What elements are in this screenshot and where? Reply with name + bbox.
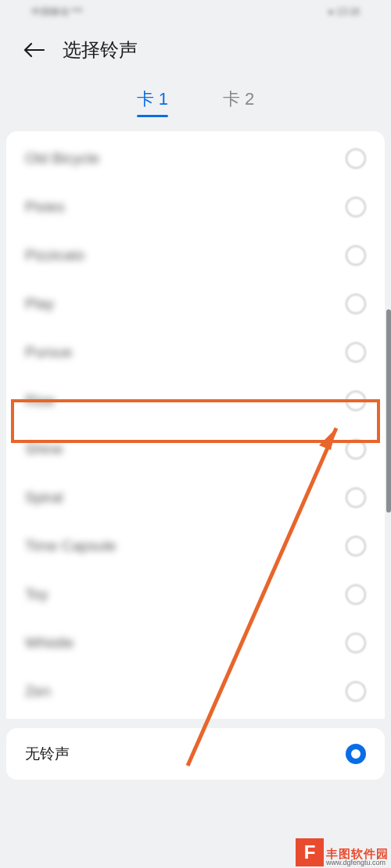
watermark-url: www.dgfengtu.com [326, 859, 386, 866]
ringtone-item[interactable]: Spiral [6, 473, 385, 522]
ringtone-label: Rise [25, 392, 55, 409]
ringtone-label: Time Capsule [25, 538, 117, 555]
ringtone-list: Old Bicycle Pixies Pizzicato Play Pursue… [6, 131, 385, 719]
back-button[interactable] [23, 41, 45, 59]
radio-unchecked-icon [346, 148, 366, 169]
ringtone-label: Old Bicycle [25, 150, 99, 167]
page-title: 选择铃声 [63, 38, 138, 63]
status-bar: 中国移动 ᴿ⁴⁶ ● 13:16 [0, 0, 391, 23]
tab-sim1[interactable]: 卡 1 [137, 88, 168, 117]
ringtone-label: Zen [25, 683, 51, 700]
radio-unchecked-icon [346, 584, 366, 605]
watermark-logo: F [296, 838, 324, 866]
watermark-name: 丰图软件园 [326, 848, 389, 859]
no-ringtone-item[interactable]: 无铃声 [6, 728, 385, 780]
radio-unchecked-icon [346, 536, 366, 556]
arrow-left-icon [23, 42, 45, 58]
ringtone-label: Play [25, 295, 54, 313]
radio-unchecked-icon [346, 342, 366, 363]
tabs: 卡 1 卡 2 [0, 81, 391, 131]
ringtone-item[interactable]: Toy [6, 570, 385, 619]
ringtone-item[interactable]: Pizzicato [6, 231, 385, 280]
ringtone-item[interactable]: Shine [6, 425, 385, 473]
radio-unchecked-icon [346, 681, 366, 702]
status-left: 中国移动 ᴿ⁴⁶ [31, 5, 83, 19]
ringtone-label: Spiral [25, 489, 63, 506]
watermark: F 丰图软件园 www.dgfengtu.com [296, 838, 389, 866]
watermark-text: 丰图软件园 www.dgfengtu.com [326, 848, 389, 866]
ringtone-item[interactable]: Pixies [6, 183, 385, 231]
ringtone-label: Pursue [25, 344, 72, 361]
ringtone-label: Whistle [25, 634, 74, 652]
no-ringtone-label: 无铃声 [25, 744, 70, 764]
ringtone-item[interactable]: Rise [6, 377, 385, 425]
ringtone-item[interactable]: Zen [6, 667, 385, 716]
radio-unchecked-icon [346, 391, 366, 411]
ringtone-label: Pizzicato [25, 247, 84, 264]
radio-checked-icon [346, 744, 366, 764]
ringtone-label: Shine [25, 441, 63, 458]
ringtone-label: Pixies [25, 198, 65, 216]
header: 选择铃声 [0, 23, 391, 81]
radio-unchecked-icon [346, 488, 366, 508]
ringtone-item[interactable]: Whistle [6, 619, 385, 667]
ringtone-item[interactable]: Time Capsule [6, 522, 385, 570]
ringtone-item[interactable]: Play [6, 280, 385, 328]
ringtone-item[interactable]: Old Bicycle [6, 134, 385, 183]
tab-sim2[interactable]: 卡 2 [223, 88, 254, 117]
radio-unchecked-icon [346, 245, 366, 266]
radio-unchecked-icon [346, 439, 366, 459]
scrollbar[interactable] [386, 309, 391, 837]
radio-unchecked-icon [346, 294, 366, 314]
ringtone-label: Toy [25, 586, 48, 603]
scrollbar-thumb[interactable] [386, 309, 391, 513]
radio-unchecked-icon [346, 633, 366, 653]
status-right: ● 13:16 [328, 6, 360, 17]
ringtone-item[interactable]: Pursue [6, 328, 385, 377]
radio-unchecked-icon [346, 197, 366, 217]
